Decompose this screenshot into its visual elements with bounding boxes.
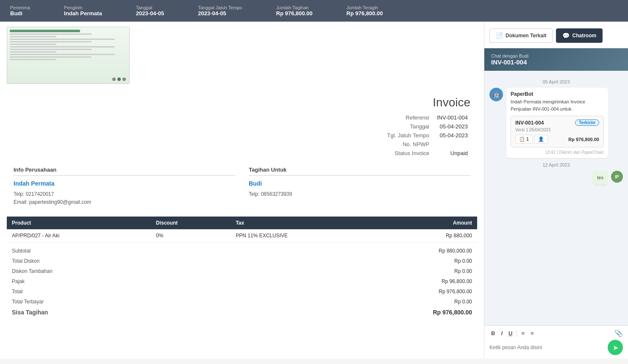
- total-value: Rp 976,800.00: [289, 286, 477, 297]
- tagihan-untuk-telp: Telp: 08563273939: [249, 190, 470, 198]
- outgoing-avatar: IP: [611, 171, 623, 183]
- chat-header: Chat dengan Budi INV-001-004: [484, 48, 628, 71]
- main-layout: Invoice Referensi INV-001-004 Tanggal 05…: [0, 22, 628, 358]
- invoice-card-version: Versi 1 05/04/2023: [515, 128, 599, 132]
- totals-section: Subtotal Rp 880,000.00 Total Diskon Rp 0…: [0, 246, 484, 318]
- info-perusahaan-email: Email: papertesting90@gmail.com: [14, 198, 235, 206]
- invoice-tanggal-label: Tanggal: [386, 122, 434, 131]
- pajak-value: Rp 96,800.00: [289, 276, 477, 286]
- header-pengirim: Pengirim Indah Permata: [64, 5, 102, 17]
- pengirim-label: Pengirim: [64, 5, 102, 10]
- jumlah-tagihan-value: Rp 976,800.00: [276, 10, 313, 17]
- info-perusahaan-telp: Telp: 0217420017: [14, 190, 235, 198]
- info-perusahaan-title: Info Perusahaan: [14, 167, 235, 176]
- info-perusahaan-name: Indah Permata: [14, 180, 235, 187]
- bold-button[interactable]: B: [489, 329, 497, 337]
- underline-button[interactable]: U: [507, 329, 514, 337]
- cell-tax: PPN 11% EXCLUSIVE: [231, 229, 386, 242]
- invoice-card-footer: 📋 1 👤 Rp 976,800.00: [515, 135, 599, 144]
- col-discount: Discount: [151, 217, 231, 229]
- col-amount: Amount: [386, 217, 477, 229]
- header-jumlah-teragih: Jumlah Teragih Rp 976,800.00: [347, 5, 383, 17]
- invoice-card: INV-001-004 Terkirim Versi 1 05/04/2023 …: [511, 116, 604, 147]
- msg-time: 13:42 | Dikirim dari PaperChain: [511, 150, 604, 155]
- diskon-tambahan-label: Diskon Tambahan: [7, 266, 289, 276]
- tab-chatroom[interactable]: 💬 Chatroom: [556, 28, 603, 43]
- cell-product: AP/PRD/027 - Air Aki: [7, 229, 151, 242]
- date-divider-1: 05 April 2023: [489, 79, 623, 84]
- invoice-title: Invoice: [385, 96, 470, 109]
- tagihan-untuk-block: Tagihan Untuk Budi Telp: 08563273939: [249, 167, 470, 206]
- cell-discount: 0%: [151, 229, 231, 242]
- date-divider-2: 12 April 2023: [489, 162, 623, 167]
- invoice-user-btn[interactable]: 👤: [534, 135, 548, 144]
- unordered-list-button[interactable]: ≡: [529, 329, 536, 337]
- diskon-value: Rp 0.00: [289, 256, 477, 266]
- tagihan-untuk-name: Budi: [249, 180, 470, 187]
- bot-sender: PaperBot: [511, 91, 604, 97]
- invoice-doc-btn[interactable]: 📋 1: [515, 135, 533, 144]
- sisa-tagihan-label: Sisa Tagihan: [7, 307, 289, 318]
- tab-buttons: 📄 Dokumen Terkait 💬 Chatroom: [484, 22, 628, 48]
- bot-avatar: 🤖: [489, 88, 503, 101]
- outgoing-message-row: tes IP: [489, 171, 623, 185]
- invoice-header-section: Invoice Referensi INV-001-004 Tanggal 05…: [0, 89, 484, 161]
- outgoing-bubble: tes: [593, 171, 608, 185]
- tgl-jatuh-label: Tgl. Jatuh Tempo: [386, 131, 434, 139]
- jumlah-teragih-value: Rp 976,800.00: [347, 10, 383, 17]
- subtotal-value: Rp 880,000.00: [289, 246, 477, 256]
- total-label: Total: [7, 286, 289, 297]
- total-terbayar-label: Total Terbayar: [7, 297, 289, 307]
- send-button[interactable]: ➤: [608, 340, 623, 355]
- table-row: AP/PRD/027 - Air Aki 0% PPN 11% EXCLUSIV…: [7, 229, 477, 242]
- chat-input[interactable]: [489, 345, 604, 350]
- header-penerima: Penerima Budi: [10, 5, 30, 17]
- subtotal-label: Subtotal: [7, 246, 289, 256]
- document-icon: 📄: [496, 32, 503, 39]
- tagihan-untuk-title: Tagihan Untuk: [249, 167, 470, 176]
- info-perusahaan-block: Info Perusahaan Indah Permata Telp: 0217…: [14, 167, 235, 206]
- invoice-card-amount: Rp 976,800.00: [568, 137, 599, 142]
- tanggal-jatuh-label: Tanggal Jatuh Tempo: [198, 5, 242, 10]
- product-table-wrapper: Product Discount Tax Amount AP/PRD/027 -…: [0, 217, 484, 242]
- penerima-value: Budi: [10, 10, 30, 17]
- diskon-tambahan-value: Rp 0.00: [289, 266, 477, 276]
- pengirim-value: Indah Permata: [64, 10, 102, 17]
- right-panel: 📄 Dokumen Terkait 💬 Chatroom Chat dengan…: [484, 22, 628, 358]
- status-value: Unpaid: [435, 149, 470, 157]
- chat-input-row: ➤: [489, 340, 623, 355]
- bot-bubble: PaperBot Indah Permata mengirimkan Invoi…: [506, 88, 608, 158]
- penerima-label: Penerima: [10, 5, 30, 10]
- jumlah-tagihan-label: Jumlah Tagihan: [276, 5, 313, 10]
- col-product: Product: [7, 217, 151, 229]
- pajak-label: Pajak: [7, 276, 289, 286]
- attach-button[interactable]: 📎: [614, 329, 623, 337]
- italic-button[interactable]: I: [499, 329, 504, 337]
- cell-amount: Rp 880,000: [386, 229, 477, 242]
- outgoing-text: tes: [597, 174, 603, 181]
- tab-dokumen-terkait[interactable]: 📄 Dokumen Terkait: [489, 28, 553, 43]
- sisa-tagihan-value: Rp 976,800.00: [289, 307, 477, 318]
- npwp-value: [435, 140, 470, 148]
- invoice-title-area: Invoice Referensi INV-001-004 Tanggal 05…: [385, 96, 470, 158]
- tgl-jatuh-value: 05-04-2023: [435, 131, 470, 139]
- tanggal-jatuh-value: 2023-04-05: [198, 10, 242, 17]
- referensi-value: INV-001-004: [435, 114, 470, 122]
- chat-messages: 05 April 2023 🤖 PaperBot Indah Permata m…: [484, 71, 628, 325]
- product-table: Product Discount Tax Amount AP/PRD/027 -…: [7, 217, 477, 242]
- toolbar-divider: [517, 330, 517, 337]
- invoice-card-header: INV-001-004 Terkirim: [515, 119, 599, 126]
- invoice-thumbnail: [7, 27, 130, 84]
- diskon-label: Total Diskon: [7, 256, 289, 266]
- header-tanggal: Tanggal 2023-04-05: [136, 5, 164, 17]
- tanggal-value: 2023-04-05: [136, 10, 164, 17]
- top-header: Penerima Budi Pengirim Indah Permata Tan…: [0, 0, 628, 22]
- col-tax: Tax: [231, 217, 386, 229]
- tanggal-label: Tanggal: [136, 5, 164, 10]
- status-label: Status Invoice: [386, 149, 434, 157]
- header-tanggal-jatuh: Tanggal Jatuh Tempo 2023-04-05: [198, 5, 242, 17]
- chat-icon: 💬: [562, 32, 570, 39]
- ordered-list-button[interactable]: ≡: [520, 329, 526, 337]
- chat-input-area: B I U ≡ ≡ 📎 ➤: [484, 325, 628, 358]
- invoice-card-id: INV-001-004: [515, 120, 544, 126]
